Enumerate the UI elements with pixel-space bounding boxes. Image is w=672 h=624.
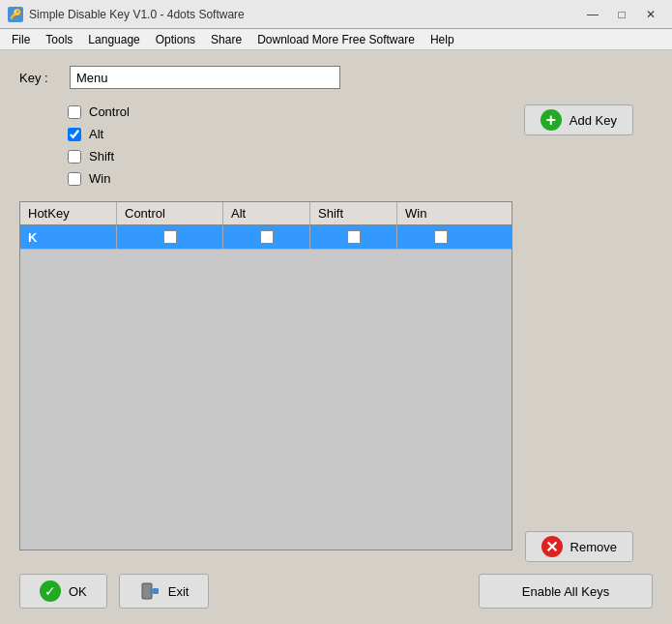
cell-alt-checkbox — [260, 230, 274, 244]
key-input[interactable] — [70, 66, 340, 89]
checkbox-control-row: Control — [68, 104, 524, 119]
col-shift: Shift — [310, 202, 397, 224]
exit-label: Exit — [168, 584, 190, 599]
checkbox-shift-row: Shift — [68, 149, 524, 163]
checkbox-win[interactable] — [68, 172, 81, 186]
add-key-label: Add Key — [570, 113, 617, 128]
bottom-area: ✓ OK Exit Enable All Keys — [19, 574, 653, 609]
checkbox-alt-row: Alt — [68, 127, 524, 141]
menu-help[interactable]: Help — [423, 29, 462, 49]
cell-win — [397, 225, 484, 249]
ok-button[interactable]: ✓ OK — [19, 574, 107, 609]
menu-options[interactable]: Options — [148, 29, 203, 49]
remove-label: Remove — [570, 540, 617, 554]
middle-section: HotKey Control Alt Shift Win K — [19, 201, 653, 562]
table-wrapper: HotKey Control Alt Shift Win K — [19, 201, 517, 562]
checkbox-shift-label: Shift — [89, 149, 114, 163]
table-header: HotKey Control Alt Shift Win — [20, 202, 511, 225]
checkbox-win-label: Win — [89, 171, 110, 186]
checkbox-alt[interactable] — [68, 128, 81, 141]
cell-shift — [310, 225, 397, 249]
close-button[interactable]: ✕ — [637, 5, 664, 24]
col-win: Win — [397, 202, 484, 224]
add-key-icon: + — [541, 109, 562, 131]
key-row: Key : — [19, 66, 653, 89]
main-content: Key : Control Alt Shift Win + Add — [0, 50, 672, 624]
remove-icon: ✕ — [541, 536, 563, 557]
ok-icon: ✓ — [40, 580, 61, 602]
cell-hotkey: K — [20, 225, 117, 249]
menu-share[interactable]: Share — [203, 29, 249, 49]
menu-download[interactable]: Download More Free Software — [249, 29, 423, 49]
col-hotkey: HotKey — [20, 202, 117, 224]
add-key-button[interactable]: + Add Key — [524, 104, 633, 135]
cell-control — [117, 225, 223, 249]
table-body: K — [20, 225, 511, 250]
checkbox-win-row: Win — [68, 171, 524, 186]
cell-alt — [223, 225, 310, 249]
exit-icon — [139, 580, 161, 602]
checkbox-control[interactable] — [68, 105, 81, 119]
checkboxes-area: Control Alt Shift Win — [68, 104, 524, 186]
maximize-button[interactable]: □ — [608, 5, 635, 24]
ok-label: OK — [69, 584, 87, 599]
col-control: Control — [117, 202, 223, 224]
checkbox-control-label: Control — [89, 104, 130, 119]
col-alt: Alt — [223, 202, 310, 224]
checkbox-alt-label: Alt — [89, 127, 103, 141]
title-bar-text: Simple Disable Key V1.0 - 4dots Software — [29, 8, 579, 21]
cell-win-checkbox — [434, 230, 448, 244]
menu-bar: File Tools Language Options Share Downlo… — [0, 29, 672, 50]
enable-all-label: Enable All Keys — [522, 584, 609, 599]
key-label: Key : — [19, 71, 58, 85]
table-row[interactable]: K — [20, 225, 511, 250]
exit-button[interactable]: Exit — [119, 574, 210, 609]
title-bar: 🔑 Simple Disable Key V1.0 - 4dots Softwa… — [0, 0, 672, 29]
menu-language[interactable]: Language — [80, 29, 147, 49]
app-icon: 🔑 — [8, 7, 23, 22]
checkboxes-section: Control Alt Shift Win + Add Key — [19, 104, 653, 186]
minimize-button[interactable]: — — [579, 5, 606, 24]
title-bar-controls: — □ ✕ — [579, 5, 664, 24]
menu-tools[interactable]: Tools — [38, 29, 80, 49]
cell-shift-checkbox — [347, 230, 361, 244]
checkbox-shift[interactable] — [68, 150, 81, 163]
hotkey-table: HotKey Control Alt Shift Win K — [19, 201, 512, 550]
right-buttons: ✕ Remove — [517, 201, 653, 562]
cell-control-checkbox — [163, 230, 177, 244]
menu-file[interactable]: File — [4, 29, 38, 49]
remove-button[interactable]: ✕ Remove — [525, 531, 633, 562]
enable-all-keys-button[interactable]: Enable All Keys — [479, 574, 653, 609]
